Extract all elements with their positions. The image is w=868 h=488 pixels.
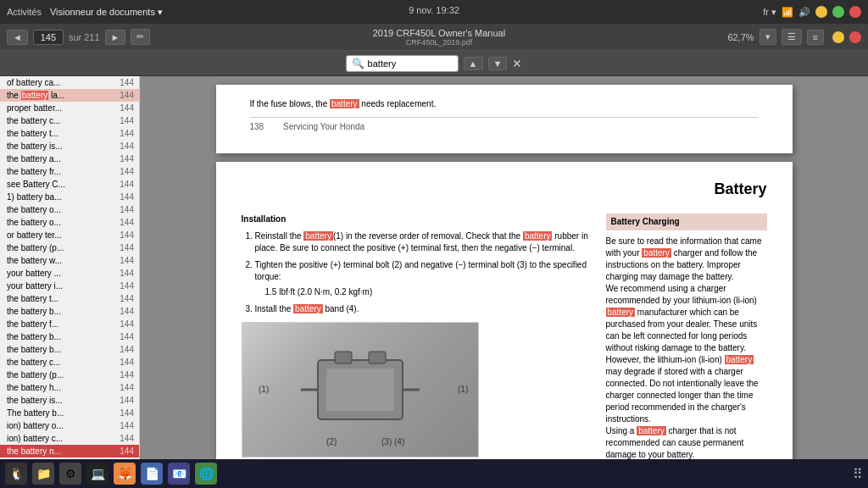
sidebar-item-7[interactable]: the battery fr...144	[0, 165, 139, 178]
sidebar-item-28[interactable]: ion) battery c...144	[0, 432, 139, 445]
battery-hl-1: battery	[303, 231, 333, 241]
sidebar-item-14[interactable]: the battery w...144	[0, 254, 139, 267]
battery-diagram-svg: (1) (1) (3) (4) (2)	[250, 326, 470, 453]
main-layout: of battery ca...144 the battery la...144…	[0, 76, 868, 459]
close-search-button[interactable]: ✕	[512, 57, 522, 70]
content-area[interactable]: If the fuse blows, the battery needs rep…	[140, 76, 868, 459]
taskbar: 🐧 📁 ⚙ 💻 🦊 📄 📧 🌐 ⠿	[0, 459, 868, 488]
activities-menu[interactable]: Activités	[7, 7, 42, 17]
search-input-wrap: 🔍	[346, 55, 459, 72]
svg-rect-1	[326, 369, 394, 411]
sidebar-item-12[interactable]: or battery ter...144	[0, 229, 139, 241]
window-controls: fr ▾ 📶 🔊	[763, 6, 861, 18]
menu-left: Activités Visionneur de documents ▾	[7, 7, 163, 18]
zoom-level: 62,7%	[727, 32, 754, 42]
sidebar-item-17[interactable]: the battery t...144	[0, 292, 139, 305]
sidebar-item-27[interactable]: ion) battery o...144	[0, 419, 139, 432]
sidebar-item-6[interactable]: the battery a...144	[0, 152, 139, 165]
taskbar-icon-settings[interactable]: ⚙	[59, 463, 81, 485]
lang-indicator[interactable]: fr ▾	[763, 7, 776, 18]
fuse-text: If the fuse blows, the battery needs rep…	[250, 98, 759, 110]
date-time: 9 nov. 19:32	[409, 5, 459, 15]
svg-text:(1): (1)	[259, 385, 269, 394]
sidebar-item-22[interactable]: the battery c...144	[0, 356, 139, 369]
sidebar-item-9[interactable]: 1) battery ba...144	[0, 191, 139, 203]
sidebar-item-16[interactable]: your battery i...144	[0, 280, 139, 292]
sidebar-item-2[interactable]: proper batter...144	[0, 102, 139, 114]
sidebar-item-24[interactable]: the battery h...144	[0, 381, 139, 394]
sidebar-item-1[interactable]: the battery la...144	[0, 89, 139, 102]
sidebar-item-29[interactable]: the battery n...144	[0, 445, 139, 458]
minimize-button[interactable]	[815, 6, 827, 18]
taskbar-icon-docviewer[interactable]: 📄	[141, 463, 163, 485]
search-up-button[interactable]: ▲	[464, 57, 483, 70]
battery-hl-2: battery	[523, 231, 553, 241]
toolbar: ◄ sur 211 ► ✏ 2019 CRF450L Owner's Manua…	[0, 24, 868, 51]
search-bar: 🔍 ▲ ▼ ✕	[0, 51, 868, 76]
app-menu[interactable]: Visionneur de documents ▾	[50, 7, 163, 18]
taskbar-icon-system[interactable]: 🐧	[5, 463, 27, 485]
sidebar-item-26[interactable]: The battery b...144	[0, 407, 139, 419]
sidebar-item-25[interactable]: the battery is...144	[0, 394, 139, 407]
sidebar-item-21[interactable]: the battery b...144	[0, 343, 139, 356]
sidebar-item-10[interactable]: the battery o...144	[0, 203, 139, 216]
volume-icon: 🔊	[798, 7, 810, 18]
charging-col: Battery Charging Be sure to read the inf…	[606, 214, 767, 459]
svg-text:(1): (1)	[458, 385, 468, 394]
apps-grid-button[interactable]: ⠿	[853, 466, 863, 482]
toolbar-close[interactable]	[849, 31, 861, 43]
document-title: 2019 CRF450L Owner's Manual CRF450L_2019…	[155, 28, 722, 47]
taskbar-icon-browser[interactable]: 🦊	[114, 463, 136, 485]
search-input[interactable]	[368, 58, 453, 69]
toolbar-min[interactable]	[832, 31, 844, 43]
search-icon: 🔍	[352, 58, 364, 69]
step-2: Tighten the positive (+) terminal bolt (…	[255, 259, 598, 298]
sidebar-item-5[interactable]: the battery is...144	[0, 140, 139, 152]
battery-heading: Battery	[242, 179, 767, 200]
view-menu-button[interactable]: ☰	[782, 29, 802, 45]
charging-para-1: Be sure to read the information that cam…	[606, 236, 767, 283]
zoom-menu-button[interactable]: ▾	[760, 29, 776, 45]
sidebar-item-20[interactable]: the battery b...144	[0, 330, 139, 343]
menu-bar: Activités Visionneur de documents ▾ 9 no…	[0, 0, 868, 24]
taskbar-icon-terminal[interactable]: 💻	[86, 463, 108, 485]
prev-page-button[interactable]: ◄	[7, 30, 28, 45]
svg-text:(2): (2)	[326, 437, 337, 446]
step-3: Install the battery band (4).	[255, 303, 598, 315]
charging-heading: Battery Charging	[606, 214, 767, 230]
page-138: If the fuse blows, the battery needs rep…	[216, 85, 793, 153]
page-section-label: 138 Servicing Your Honda	[250, 117, 759, 133]
page-total-label: sur 211	[69, 32, 100, 42]
taskbar-icon-files[interactable]: 📁	[32, 463, 54, 485]
sidebar-item-23[interactable]: the battery (p...144	[0, 369, 139, 381]
installation-steps: Reinstall the battery(1) in the reverse …	[242, 230, 598, 315]
sidebar-item-19[interactable]: the battery f...144	[0, 318, 139, 330]
sidebar: of battery ca...144 the battery la...144…	[0, 76, 140, 459]
sidebar-item-13[interactable]: the battery (p...144	[0, 241, 139, 254]
sidebar-item-0[interactable]: of battery ca...144	[0, 76, 139, 89]
sidebar-item-11[interactable]: the battery o...144	[0, 216, 139, 229]
torque-value: 1.5 lbf·ft (2.0 N·m, 0.2 kgf·m)	[265, 286, 598, 298]
next-page-button[interactable]: ►	[105, 30, 126, 45]
step-1: Reinstall the battery(1) in the reverse …	[255, 230, 598, 254]
close-button[interactable]	[849, 6, 861, 18]
battery-hl-3: battery	[293, 304, 323, 313]
sidebar-item-4[interactable]: the battery t...144	[0, 127, 139, 140]
settings-button[interactable]: ≡	[807, 30, 824, 45]
charging-para-2: We recommend using a charger recommended…	[606, 283, 767, 425]
svg-rect-3	[369, 352, 386, 363]
maximize-button[interactable]	[832, 6, 844, 18]
search-down-button[interactable]: ▼	[488, 57, 508, 70]
taskbar-icon-web[interactable]: 🌐	[195, 463, 217, 485]
sidebar-item-3[interactable]: the battery c...144	[0, 114, 139, 127]
content-two-col: Installation Reinstall the battery(1) in…	[242, 214, 767, 459]
charging-para-3: Using a battery charger that is not reco…	[606, 425, 767, 459]
sidebar-item-15[interactable]: your battery ...144	[0, 267, 139, 280]
taskbar-icon-mail[interactable]: 📧	[168, 463, 190, 485]
sidebar-item-18[interactable]: the battery b...144	[0, 305, 139, 318]
annotate-button[interactable]: ✏	[131, 29, 150, 45]
battery-highlight-fuse: battery	[330, 99, 359, 108]
sidebar-item-8[interactable]: see Battery C...144	[0, 178, 139, 191]
page-number-input[interactable]	[33, 30, 64, 45]
svg-rect-2	[335, 352, 352, 363]
